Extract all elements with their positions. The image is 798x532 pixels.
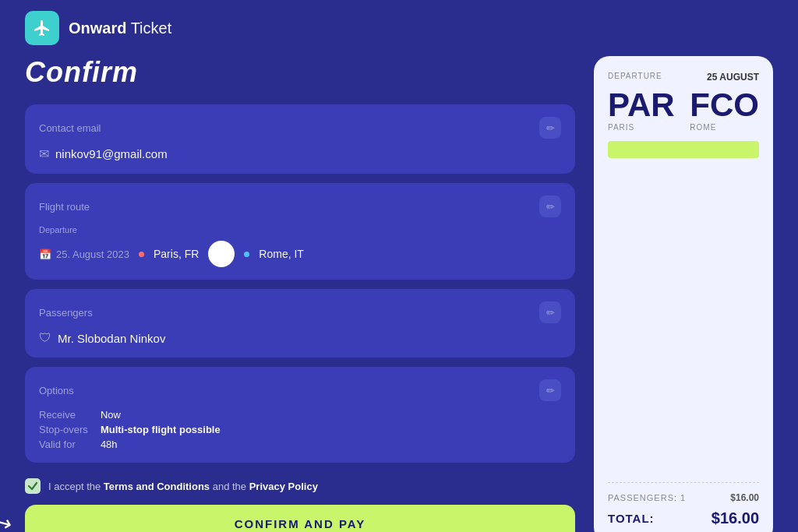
card-header-passengers: Passengers ✏ <box>39 301 561 323</box>
options-label: Options <box>39 385 74 396</box>
page-title: Confirm <box>25 56 575 89</box>
ticket-spacer <box>608 171 759 482</box>
ticket-card: DEPARTURE 25 AUGUST PAR PARIS FCO ROME P <box>594 56 773 532</box>
dest-code: FCO <box>690 89 759 122</box>
card-header-contact: Contact email ✏ <box>39 117 561 139</box>
dest-name: ROME <box>690 123 759 132</box>
card-header-flight: Flight route ✏ <box>39 196 561 217</box>
passengers-card: Passengers ✏ 🛡 Mr. Slobodan Ninkov <box>25 289 575 358</box>
card-header-options: Options ✏ <box>39 379 561 401</box>
ticket-pax-label: PASSENGERS: 1 <box>608 493 686 502</box>
terms-prefix: I accept the <box>48 481 104 492</box>
terms-checkbox[interactable] <box>25 478 41 494</box>
edit-flight-button[interactable]: ✏ <box>539 196 561 217</box>
origin-code: PAR <box>608 89 675 122</box>
departure-date: 25. August 2023 <box>56 248 129 260</box>
passenger-name: Mr. Slobodan Ninkov <box>58 332 165 345</box>
ticket-footer: PASSENGERS: 1 $16.00 TOTAL: $16.00 <box>608 482 759 527</box>
confirm-btn-wrapper: ↪ CONFIRM AND PAY <box>25 505 575 532</box>
app-name-bold: Onward <box>69 19 126 37</box>
date-part: 📅 25. August 2023 <box>39 248 129 260</box>
plane-icon-btn: ✈ <box>208 241 235 267</box>
right-panel: DEPARTURE 25 AUGUST PAR PARIS FCO ROME P <box>594 56 773 532</box>
edit-options-button[interactable]: ✏ <box>539 379 561 401</box>
origin-name: PARIS <box>608 123 675 132</box>
origin-city: Paris, FR <box>154 248 199 260</box>
receive-label: Receive <box>39 409 88 421</box>
email-value: ninkov91@gmail.com <box>55 147 168 160</box>
flight-label: Flight route <box>39 201 90 213</box>
ticket-passengers-line: PASSENGERS: 1 $16.00 <box>608 492 759 503</box>
confirm-pay-button[interactable]: CONFIRM AND PAY <box>25 505 575 532</box>
arrow-icon: ↪ <box>0 508 15 532</box>
route-row: 📅 25. August 2023 Paris, FR ✈ Rome, IT <box>39 241 561 267</box>
dest-block: FCO ROME <box>690 89 759 132</box>
passengers-label: Passengers <box>39 307 93 319</box>
stopovers-value: Multi-stop flight possible <box>101 424 561 435</box>
pax-label-text: PASSENGERS: <box>608 493 677 502</box>
flight-route-card: Flight route ✏ Departure 📅 25. August 20… <box>25 183 575 280</box>
contact-label: Contact email <box>39 122 101 134</box>
calendar-icon: 📅 <box>39 248 51 260</box>
ticket-date: 25 AUGUST <box>707 72 759 83</box>
ticket-header: DEPARTURE 25 AUGUST <box>608 72 759 83</box>
valid-label: Valid for <box>39 439 88 450</box>
passenger-row: 🛡 Mr. Slobodan Ninkov <box>39 331 561 345</box>
ticket-airports: PAR PARIS FCO ROME <box>608 89 759 132</box>
left-panel: Confirm Contact email ✏ ✉ ninkov91@gmail… <box>25 56 575 532</box>
app-header: Onward Ticket <box>0 0 798 56</box>
contact-email-card: Contact email ✏ ✉ ninkov91@gmail.com <box>25 104 575 174</box>
terms-conditions-link[interactable]: Terms and Conditions <box>104 481 210 492</box>
ticket-total-price: $16.00 <box>711 509 759 527</box>
email-icon: ✉ <box>39 146 49 161</box>
logo-icon <box>25 11 59 45</box>
stopovers-label: Stop-overs <box>39 424 88 435</box>
dest-city: Rome, IT <box>259 248 304 260</box>
ticket-pax-price: $16.00 <box>730 492 759 503</box>
email-row: ✉ ninkov91@gmail.com <box>39 146 561 161</box>
ticket-bar <box>608 141 759 158</box>
app-name: Onward Ticket <box>69 19 171 37</box>
departure-label: Departure <box>39 225 561 234</box>
app-name-rest: Ticket <box>126 19 171 37</box>
edit-passengers-button[interactable]: ✏ <box>539 301 561 323</box>
privacy-policy-link[interactable]: Privacy Policy <box>249 481 318 492</box>
pax-count: 1 <box>680 493 686 502</box>
ticket-departure-label: DEPARTURE <box>608 72 662 80</box>
receive-value: Now <box>101 409 561 421</box>
plane-logo-icon <box>33 19 51 37</box>
ticket-total-label: TOTAL: <box>608 512 655 525</box>
dot-origin <box>139 252 144 257</box>
origin-block: PAR PARIS <box>608 89 675 132</box>
edit-contact-button[interactable]: ✏ <box>539 117 561 139</box>
valid-value: 48h <box>101 439 561 450</box>
terms-row: I accept the Terms and Conditions and th… <box>25 478 575 494</box>
shield-icon: 🛡 <box>39 331 51 345</box>
options-card: Options ✏ Receive Now Stop-overs Multi-s… <box>25 367 575 463</box>
main-content: Confirm Contact email ✏ ✉ ninkov91@gmail… <box>0 56 798 532</box>
check-icon <box>27 481 38 491</box>
dot-dest <box>244 252 249 257</box>
ticket-total-line: TOTAL: $16.00 <box>608 509 759 527</box>
terms-middle: and the <box>210 481 249 492</box>
terms-text: I accept the Terms and Conditions and th… <box>48 481 318 492</box>
options-grid: Receive Now Stop-overs Multi-stop flight… <box>39 409 561 450</box>
